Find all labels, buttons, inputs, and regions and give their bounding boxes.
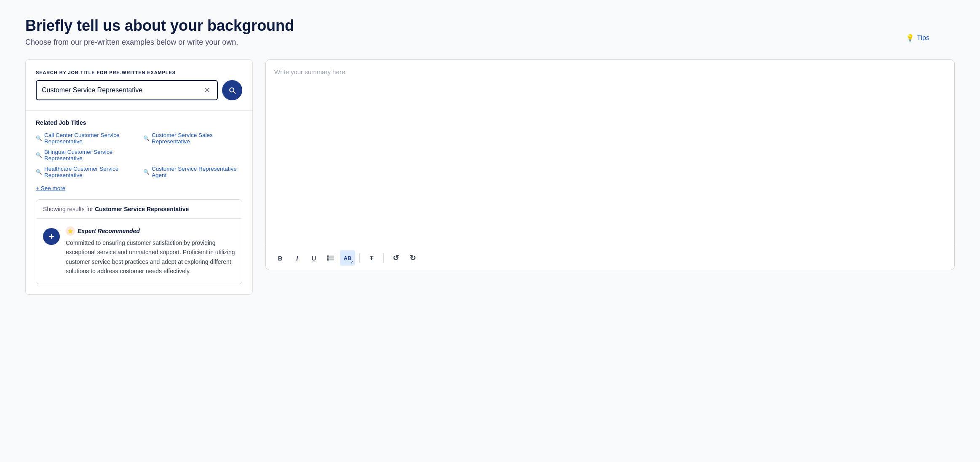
list-button[interactable]: [323, 250, 338, 266]
clear-format-icon: T: [370, 255, 374, 261]
checkmark-icon: ✓: [350, 261, 353, 265]
expert-label: Expert Recommended: [78, 228, 140, 234]
plus-icon: [48, 233, 55, 240]
undo-button[interactable]: ↺: [388, 250, 403, 266]
clear-button[interactable]: ✕: [202, 85, 212, 96]
result-content: ⭐ Expert Recommended Committed to ensuri…: [66, 226, 235, 276]
search-small-icon: 🔍: [143, 169, 150, 175]
search-input-wrapper: ✕: [36, 80, 218, 100]
related-link-agent[interactable]: 🔍 Customer Service Representative Agent: [143, 166, 242, 178]
related-links-grid: 🔍 Call Center Customer Service Represent…: [36, 132, 242, 178]
related-link-healthcare[interactable]: 🔍 Healthcare Customer Service Representa…: [36, 166, 135, 178]
right-panel: Write your summary here. B I U: [265, 59, 955, 270]
divider: [26, 110, 252, 111]
ab-spellcheck-button[interactable]: AB ✓: [340, 250, 355, 266]
search-small-icon: 🔍: [36, 169, 42, 175]
search-small-icon: 🔍: [36, 152, 42, 158]
svg-point-3: [327, 255, 328, 256]
related-link-sales[interactable]: 🔍 Customer Service Sales Representative: [143, 132, 242, 145]
toolbar-divider: [359, 253, 360, 263]
tips-link[interactable]: 💡 Tips: [906, 34, 929, 42]
svg-point-4: [327, 258, 328, 258]
result-body-text: Committed to ensuring customer satisfact…: [66, 238, 235, 276]
search-icon: [228, 86, 236, 94]
redo-button[interactable]: ↻: [405, 250, 420, 266]
search-small-icon: 🔍: [143, 135, 150, 141]
expert-badge: ⭐ Expert Recommended: [66, 226, 235, 236]
page-header: Briefly tell us about your background Ch…: [25, 17, 955, 47]
page-title: Briefly tell us about your background: [25, 17, 955, 35]
search-input[interactable]: [42, 86, 202, 94]
clear-format-button[interactable]: T: [364, 250, 379, 266]
add-button[interactable]: [43, 228, 60, 245]
search-section-label: SEARCH BY JOB TITLE FOR PRE-WRITTEN EXAM…: [36, 70, 242, 75]
related-link-bilingual[interactable]: 🔍 Bilingual Customer Service Representat…: [36, 149, 135, 161]
search-row: ✕: [36, 80, 242, 100]
toolbar-divider-2: [383, 253, 384, 263]
search-small-icon: 🔍: [36, 135, 42, 141]
editor-toolbar: B I U AB ✓: [266, 246, 954, 270]
page-subtitle: Choose from our pre-written examples bel…: [25, 38, 955, 47]
results-box: Showing results for Customer Service Rep…: [36, 199, 242, 284]
related-link-call-center[interactable]: 🔍 Call Center Customer Service Represent…: [36, 132, 135, 145]
main-layout: SEARCH BY JOB TITLE FOR PRE-WRITTEN EXAM…: [25, 59, 955, 295]
lightbulb-icon: 💡: [906, 34, 914, 42]
result-item: ⭐ Expert Recommended Committed to ensuri…: [36, 219, 242, 284]
italic-button[interactable]: I: [289, 250, 305, 266]
see-more-link[interactable]: + See more: [36, 185, 65, 191]
results-header: Showing results for Customer Service Rep…: [36, 200, 242, 219]
svg-point-5: [327, 259, 328, 260]
editor-placeholder: Write your summary here.: [274, 68, 347, 75]
left-panel: SEARCH BY JOB TITLE FOR PRE-WRITTEN EXAM…: [25, 59, 253, 295]
expert-star-icon: ⭐: [66, 226, 75, 236]
bold-button[interactable]: B: [273, 250, 288, 266]
underline-button[interactable]: U: [306, 250, 321, 266]
editor-area[interactable]: Write your summary here.: [266, 60, 954, 246]
list-icon: [327, 254, 335, 262]
search-button[interactable]: [222, 80, 242, 100]
related-title: Related Job Titles: [36, 119, 242, 126]
